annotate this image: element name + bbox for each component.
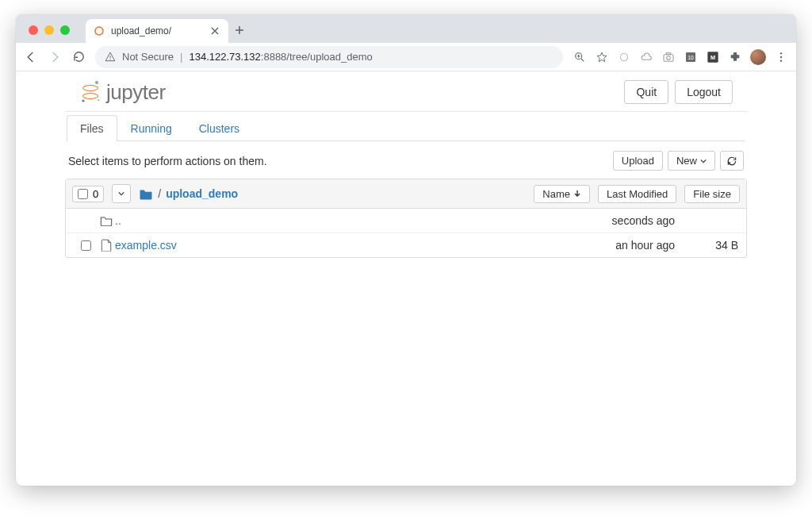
toolbar-extensions: 10 M <box>573 49 788 65</box>
back-button[interactable] <box>24 50 38 64</box>
url-separator: | <box>180 51 182 63</box>
jupyter-logo-text: jupyter <box>106 80 166 105</box>
url-bar[interactable]: Not Secure | 134.122.73.132:8888/tree/up… <box>95 46 563 68</box>
file-row[interactable]: example.csv an hour ago 34 B <box>66 233 746 257</box>
file-icon <box>98 239 115 252</box>
svg-point-26 <box>82 99 84 102</box>
tab-close-icon[interactable] <box>209 25 220 37</box>
caret-down-icon <box>118 190 124 197</box>
row-checkbox[interactable] <box>81 240 91 251</box>
svg-point-27 <box>98 99 99 101</box>
file-list: 0 / upload_demo Name <box>65 179 747 258</box>
svg-rect-11 <box>664 54 673 61</box>
caret-down-icon <box>700 158 707 164</box>
upload-button[interactable]: Upload <box>613 151 663 171</box>
breadcrumb-current[interactable]: upload_demo <box>166 187 238 200</box>
svg-text:M: M <box>710 53 715 60</box>
jupyter-logo[interactable]: jupyter <box>79 79 166 105</box>
sort-down-icon <box>573 190 581 198</box>
svg-point-10 <box>620 53 627 60</box>
browser-tab[interactable]: upload_demo/ <box>86 19 228 43</box>
instruction-text: Select items to perform actions on them. <box>68 155 267 167</box>
zoom-icon[interactable] <box>573 50 587 64</box>
tab-running[interactable]: Running <box>117 115 186 141</box>
drive-cloud-icon[interactable] <box>639 50 653 64</box>
reload-button[interactable] <box>71 50 86 64</box>
jupyter-header: jupyter Quit Logout <box>65 71 747 112</box>
logout-button[interactable]: Logout <box>675 80 733 104</box>
svg-point-2 <box>102 33 103 34</box>
row-name[interactable]: .. <box>115 214 564 227</box>
svg-point-1 <box>98 27 100 29</box>
new-tab-button[interactable] <box>228 19 251 41</box>
tab-title: upload_demo/ <box>111 25 203 37</box>
svg-text:10: 10 <box>688 54 694 60</box>
row-modified: an hour ago <box>564 239 675 252</box>
folder-outline-icon <box>98 215 115 226</box>
file-row-parent-dir[interactable]: .. seconds ago <box>66 209 746 233</box>
browser-window: upload_demo/ Not Secure | 134.122.73.13 <box>16 14 796 486</box>
new-label: New <box>676 155 697 167</box>
svg-point-25 <box>95 81 98 84</box>
svg-point-19 <box>780 56 782 57</box>
svg-rect-13 <box>666 52 670 54</box>
jupyter-favicon-icon <box>94 25 105 37</box>
forward-button[interactable] <box>48 50 62 64</box>
breadcrumb-separator: / <box>158 187 161 200</box>
camera-icon[interactable] <box>661 50 676 64</box>
svg-point-22 <box>83 86 98 90</box>
minimize-window-button[interactable] <box>44 25 54 35</box>
refresh-icon <box>726 156 737 167</box>
not-secure-label: Not Secure <box>122 51 174 63</box>
breadcrumb: / upload_demo <box>139 187 238 200</box>
address-bar: Not Secure | 134.122.73.132:8888/tree/up… <box>16 43 796 71</box>
svg-point-24 <box>83 94 98 98</box>
tab-files[interactable]: Files <box>67 115 117 141</box>
svg-point-5 <box>109 59 110 60</box>
row-size: 34 B <box>675 239 738 252</box>
bookmark-star-icon[interactable] <box>595 50 609 64</box>
profile-avatar[interactable] <box>750 49 766 65</box>
tab-clusters[interactable]: Clusters <box>186 115 253 141</box>
maximize-window-button[interactable] <box>60 25 70 35</box>
folder-icon[interactable] <box>139 187 153 200</box>
svg-point-20 <box>780 60 782 61</box>
tab-strip: upload_demo/ <box>16 14 796 43</box>
row-modified: seconds ago <box>564 214 675 227</box>
extensions-puzzle-icon[interactable] <box>728 50 742 64</box>
column-size-sort[interactable]: File size <box>684 185 740 203</box>
column-modified-sort[interactable]: Last Modified <box>598 185 676 203</box>
svg-line-7 <box>581 59 584 61</box>
select-type-dropdown[interactable] <box>112 184 131 203</box>
extension-m-icon[interactable]: M <box>706 50 720 64</box>
url-text: 134.122.73.132:8888/tree/upload_demo <box>189 51 372 63</box>
select-count: 0 <box>93 188 98 200</box>
extension-icon-1[interactable] <box>617 50 631 64</box>
file-toolbar: Select items to perform actions on them.… <box>65 141 747 179</box>
close-window-button[interactable] <box>29 25 38 35</box>
column-name-sort[interactable]: Name <box>534 185 590 203</box>
svg-point-3 <box>95 33 97 34</box>
svg-point-18 <box>780 52 782 54</box>
select-all-checkbox[interactable] <box>78 189 88 199</box>
file-list-header: 0 / upload_demo Name <box>66 179 746 209</box>
new-dropdown-button[interactable]: New <box>668 151 715 171</box>
jupyter-logo-icon <box>79 79 102 105</box>
select-all-control[interactable]: 0 <box>72 186 104 202</box>
extension-badge-icon[interactable]: 10 <box>684 50 698 64</box>
refresh-button[interactable] <box>720 151 744 171</box>
quit-button[interactable]: Quit <box>624 80 668 104</box>
browser-menu-icon[interactable] <box>774 50 788 64</box>
jupyter-tabs: Files Running Clusters <box>67 112 745 141</box>
not-secure-warning-icon <box>105 52 116 63</box>
row-name[interactable]: example.csv <box>115 239 564 252</box>
page-content: jupyter Quit Logout Files Running Cluste… <box>16 71 796 486</box>
svg-point-12 <box>667 56 671 60</box>
window-controls <box>22 25 76 43</box>
